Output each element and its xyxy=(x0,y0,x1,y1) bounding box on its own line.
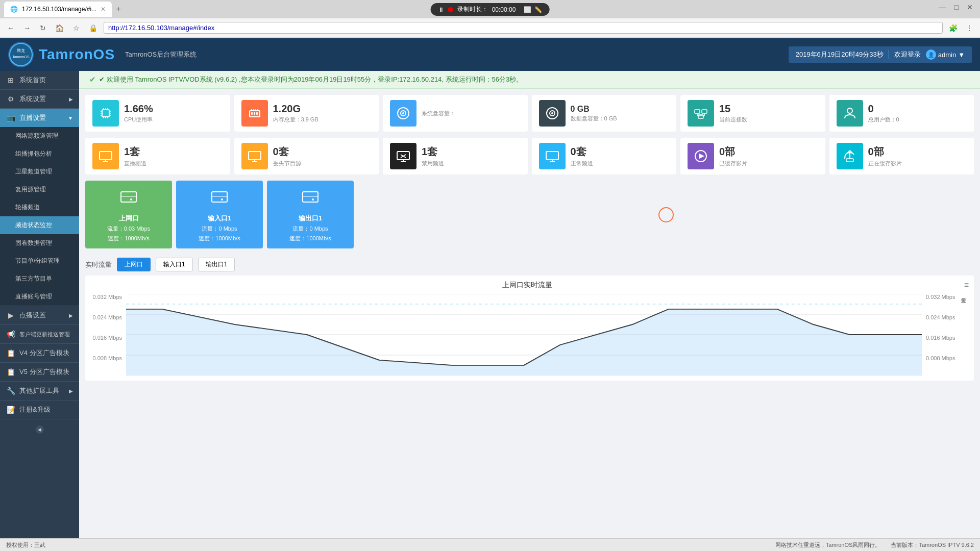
data-disk-icon xyxy=(539,100,566,127)
total-users-card: 0 总用户数：0 xyxy=(829,95,974,132)
back-button[interactable]: ← xyxy=(4,23,17,33)
svg-point-0 xyxy=(10,43,32,66)
address-bar[interactable] xyxy=(104,22,943,34)
customer-push-label: 客户端更新推送管理 xyxy=(19,331,70,338)
caching-films-label: 正在缓存影片 xyxy=(868,160,967,167)
total-users-label: 总用户数：0 xyxy=(868,116,967,123)
chart-menu-icon[interactable]: ≡ xyxy=(964,281,969,290)
status-msg: 网络技术任重道远，TamronOS风雨同行。 xyxy=(775,541,881,549)
sidebar-item-satellite[interactable]: 卫星频道管理 xyxy=(0,163,79,181)
user-area[interactable]: 👤 admin ▼ xyxy=(926,49,965,60)
svg-rect-59 xyxy=(121,196,136,197)
output-port-speed: 速度：1000Mb/s xyxy=(289,235,331,242)
input-port-title: 输入口1 xyxy=(208,214,231,223)
status-left: 授权使用：王武 xyxy=(6,541,45,549)
tools-icon: 🔧 xyxy=(6,386,15,395)
close-window-button[interactable]: ✕ xyxy=(964,2,976,12)
output-port-card: 输出口1 流量：0 Mbps 速度：1000Mb/s xyxy=(267,181,354,248)
flow-btn-output[interactable]: 输出口1 xyxy=(198,258,235,271)
sidebar-item-system-settings[interactable]: ⚙ 系统设置 ▶ xyxy=(0,90,79,108)
sidebar-item-v5-ad[interactable]: 📋 V5 分区广告模块 xyxy=(0,363,79,381)
pause-button[interactable]: ⏸ xyxy=(438,6,444,13)
recording-actions: ⬜ ✏️ xyxy=(524,6,542,13)
disabled-channels-label: 禁用频道 xyxy=(422,160,521,167)
live-account-label: 直播账号管理 xyxy=(15,292,52,301)
settings-button[interactable]: ⋮ xyxy=(963,23,976,33)
cpu-info: 1.66% CPU使用率 xyxy=(124,103,223,123)
sidebar-item-epg-data[interactable]: 固看数据管理 xyxy=(0,234,79,252)
sidebar-item-mux[interactable]: 复用源管理 xyxy=(0,181,79,198)
lost-sources-label: 丢失节目源 xyxy=(273,160,372,167)
sidebar-item-multicast[interactable]: 组播抓包分析 xyxy=(0,145,79,163)
sidebar-item-network-source[interactable]: 网络源频道管理 xyxy=(0,127,79,145)
disabled-channels-card: 1套 禁用频道 xyxy=(383,138,528,174)
home-icon: ⊞ xyxy=(6,76,15,85)
sidebar-item-other-tools[interactable]: 🔧 其他扩展工具 ▶ xyxy=(0,382,79,400)
bookmark-button[interactable]: ☆ xyxy=(70,23,83,33)
sidebar-item-channel-monitor[interactable]: 频道状态监控 xyxy=(0,216,79,234)
sidebar-collapse-button[interactable]: ◀ xyxy=(36,425,44,434)
connections-card: 15 当前连接数 xyxy=(680,95,825,132)
caching-films-value: 0部 xyxy=(868,145,967,159)
welcome-text: 欢迎登录 xyxy=(889,50,921,59)
caching-films-card: 0部 正在缓存影片 xyxy=(829,138,974,174)
refresh-button[interactable]: ↻ xyxy=(37,23,49,33)
sidebar-item-vod[interactable]: ▶ 点播设置 ▶ xyxy=(0,306,79,324)
chart-title: 上网口实时流量 xyxy=(90,281,964,290)
flow-btn-input[interactable]: 输入口1 xyxy=(156,258,193,271)
cpu-icon xyxy=(92,100,119,127)
new-tab-button[interactable]: + xyxy=(112,5,125,14)
screenshot-icon[interactable]: ⬜ xyxy=(524,6,531,13)
forward-button[interactable]: → xyxy=(20,23,34,33)
cached-films-card: 0部 已缓存影片 xyxy=(680,138,825,174)
sidebar-item-program-group[interactable]: 节目单/分组管理 xyxy=(0,252,79,270)
total-users-icon xyxy=(837,100,863,127)
input-port-icon xyxy=(209,187,230,211)
minimize-button[interactable]: — xyxy=(936,2,949,12)
tab-title: 172.16.50.103/manage/#i... xyxy=(22,6,96,13)
tab-close-button[interactable]: ✕ xyxy=(101,6,106,13)
total-users-value: 0 xyxy=(868,103,967,115)
caching-films-info: 0部 正在缓存影片 xyxy=(868,145,967,167)
system-disk-icon xyxy=(390,100,416,127)
extensions-button[interactable]: 🧩 xyxy=(946,23,961,33)
chart-area: 0.032 Mbps 0.024 Mbps 0.016 Mbps 0.008 M… xyxy=(90,294,969,375)
output-port-flow: 流量：0 Mbps xyxy=(292,225,328,233)
sidebar-item-third-party[interactable]: 第三方节目单 xyxy=(0,270,79,288)
sidebar-item-v4-ad[interactable]: 📋 V4 分区广告模块 xyxy=(0,344,79,362)
sidebar-item-customer-push[interactable]: 📢 客户端更新推送管理 xyxy=(0,325,79,343)
mux-label: 复用源管理 xyxy=(15,185,46,194)
maximize-button[interactable]: □ xyxy=(951,2,962,12)
system-title: TamronOS后台管理系统 xyxy=(125,50,197,59)
status-right: 网络技术任重道远，TamronOS风雨同行。 当前版本：TamronOS IPT… xyxy=(775,541,974,549)
active-tab[interactable]: 🌐 172.16.50.103/manage/#i... ✕ xyxy=(4,2,112,17)
logo-tamron: Tamron xyxy=(39,46,93,62)
input-port-flow: 流量：0 Mbps xyxy=(202,225,237,233)
user-dropdown-icon[interactable]: ▼ xyxy=(958,51,965,59)
sidebar-live-label: 直播设置 xyxy=(19,113,46,122)
y-right-label-0: 0.032 Mbps xyxy=(926,294,958,300)
home-button[interactable]: 🏠 xyxy=(52,23,67,33)
v5-icon: 📋 xyxy=(6,367,15,377)
sidebar-item-live-account[interactable]: 直播账号管理 xyxy=(0,288,79,306)
normal-channels-info: 0套 正常频道 xyxy=(571,145,670,167)
upload-port-icon xyxy=(118,187,139,211)
sidebar-item-live-settings[interactable]: 📺 直播设置 ▼ xyxy=(0,109,79,127)
sidebar-item-carousel[interactable]: 轮播频道 xyxy=(0,198,79,216)
logo-area: 腾龙 TamronOS TamronOS xyxy=(8,42,115,67)
edit-icon[interactable]: ✏️ xyxy=(534,6,542,13)
upload-port-flow: 流量：0.03 Mbps xyxy=(107,225,150,233)
cached-films-value: 0部 xyxy=(719,145,818,159)
lost-sources-info: 0套 丢失节目源 xyxy=(273,145,372,167)
svg-text:TamronOS: TamronOS xyxy=(12,55,30,59)
memory-card: 1.20G 内存总量：3.9 GB xyxy=(234,95,379,132)
main-content: ✔ ✔ 欢迎使用 TamronOS IPTV/VOD系统 (v9.6.2) ,您… xyxy=(79,71,980,538)
y-axis-label: 上行流量 xyxy=(958,294,969,375)
sidebar-item-home[interactable]: ⊞ 系统首页 xyxy=(0,71,79,89)
flow-btn-upload[interactable]: 上网口 xyxy=(117,258,151,271)
svg-rect-3 xyxy=(102,110,109,117)
sidebar-item-register[interactable]: 📝 注册&升级 xyxy=(0,400,79,419)
live-icon: 📺 xyxy=(6,113,15,122)
data-disk-label: 数据盘容量：0 GB xyxy=(571,115,670,122)
recording-bar: ⏸ 录制时长： 00:00:00 ⬜ ✏️ xyxy=(431,3,550,16)
